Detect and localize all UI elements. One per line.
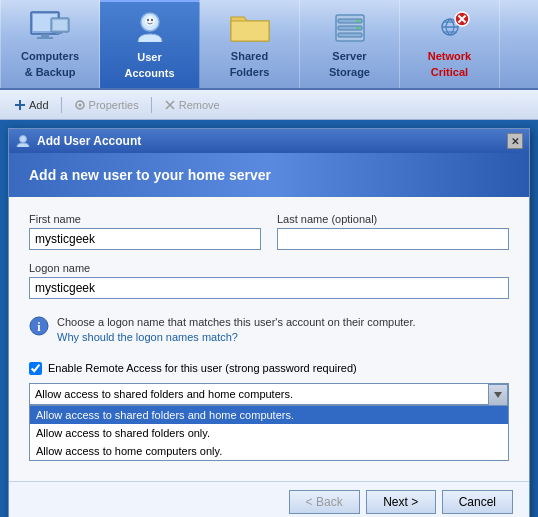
properties-icon <box>74 99 86 111</box>
svg-point-16 <box>356 27 358 29</box>
next-button[interactable]: Next > <box>366 490 436 514</box>
user-accounts-icon <box>129 11 171 47</box>
toolbar: Add Properties Remove <box>0 90 538 120</box>
dropdown-option-2-label: Allow access to shared folders only. <box>36 427 210 439</box>
nav-computers-backup-label2: & Backup <box>25 66 76 78</box>
properties-label: Properties <box>89 99 139 111</box>
access-dropdown-container: Allow access to shared folders and home … <box>29 383 509 461</box>
svg-point-9 <box>147 19 149 21</box>
dropdown-option-2[interactable]: Allow access to shared folders only. <box>30 424 508 442</box>
nav-computers-backup[interactable]: Computers & Backup <box>0 0 100 88</box>
logon-name-group: Logon name <box>29 262 509 299</box>
add-icon <box>14 99 26 111</box>
info-box: i Choose a logon name that matches this … <box>29 311 509 350</box>
shared-folders-icon <box>229 10 271 46</box>
access-dropdown[interactable]: Allow access to shared folders and home … <box>29 383 509 405</box>
dialog-overlay: Add User Account ✕ Add a new user to you… <box>0 120 538 517</box>
nav-server-storage-label: Server <box>332 50 366 62</box>
nav-network-critical-label: Network <box>428 50 471 62</box>
remove-button[interactable]: Remove <box>158 97 226 113</box>
chevron-down-icon <box>494 392 502 398</box>
first-name-label: First name <box>29 213 261 225</box>
nav-network-critical-label2: Critical <box>431 66 468 78</box>
logon-name-label: Logon name <box>29 262 509 274</box>
first-name-group: First name <box>29 213 261 250</box>
computers-backup-icon <box>29 10 71 46</box>
enable-remote-access-row: Enable Remote Access for this user (stro… <box>29 362 509 375</box>
enable-remote-access-checkbox[interactable] <box>29 362 42 375</box>
dropdown-option-3-label: Allow access to home computers only. <box>36 445 222 457</box>
enable-remote-access-label: Enable Remote Access for this user (stro… <box>48 362 357 374</box>
svg-rect-3 <box>37 37 53 39</box>
svg-point-8 <box>145 16 155 26</box>
dropdown-option-1-label: Allow access to shared folders and home … <box>36 409 294 421</box>
nav-computers-backup-label: Computers <box>21 50 79 62</box>
svg-point-27 <box>78 103 81 106</box>
dialog-close-label: ✕ <box>511 136 519 147</box>
remove-icon <box>164 99 176 111</box>
nav-server-storage[interactable]: Server Storage <box>300 0 400 88</box>
nav-user-accounts[interactable]: User Accounts <box>100 0 200 88</box>
info-main-text: Choose a logon name that matches this us… <box>57 316 416 328</box>
svg-point-30 <box>20 136 27 143</box>
info-link[interactable]: Why should the logon names match? <box>57 331 238 343</box>
info-text-content: Choose a logon name that matches this us… <box>57 315 416 346</box>
nav-user-accounts-label2: Accounts <box>124 67 174 79</box>
svg-rect-2 <box>41 34 49 37</box>
access-dropdown-value: Allow access to shared folders and home … <box>35 388 293 400</box>
svg-point-15 <box>356 20 358 22</box>
dialog-footer: < Back Next > Cancel <box>9 481 529 517</box>
dialog-title-icon <box>15 133 31 149</box>
top-nav: Computers & Backup User Accounts <box>0 0 538 90</box>
logon-row: Logon name <box>29 262 509 299</box>
first-name-input[interactable] <box>29 228 261 250</box>
svg-rect-5 <box>53 20 67 30</box>
network-critical-icon <box>429 10 471 46</box>
nav-shared-folders-label2: Folders <box>230 66 270 78</box>
logon-name-input[interactable] <box>29 277 509 299</box>
dropdown-option-3[interactable]: Allow access to home computers only. <box>30 442 508 460</box>
cancel-button[interactable]: Cancel <box>442 490 513 514</box>
last-name-input[interactable] <box>277 228 509 250</box>
server-storage-icon <box>329 10 371 46</box>
toolbar-separator-1 <box>61 97 62 113</box>
dialog-header: Add a new user to your home server <box>9 153 529 197</box>
back-button[interactable]: < Back <box>289 490 360 514</box>
dialog-titlebar: Add User Account ✕ <box>9 129 529 153</box>
svg-rect-14 <box>338 33 362 37</box>
nav-network-critical[interactable]: Network Critical <box>400 0 500 88</box>
toolbar-separator-2 <box>151 97 152 113</box>
svg-point-10 <box>151 19 153 21</box>
add-label: Add <box>29 99 49 111</box>
last-name-label: Last name (optional) <box>277 213 509 225</box>
properties-button[interactable]: Properties <box>68 97 145 113</box>
nav-shared-folders[interactable]: Shared Folders <box>200 0 300 88</box>
last-name-group: Last name (optional) <box>277 213 509 250</box>
add-user-dialog: Add User Account ✕ Add a new user to you… <box>8 128 530 517</box>
dialog-close-button[interactable]: ✕ <box>507 133 523 149</box>
dropdown-list: Allow access to shared folders and home … <box>29 405 509 461</box>
dropdown-option-1[interactable]: Allow access to shared folders and home … <box>30 406 508 424</box>
add-button[interactable]: Add <box>8 97 55 113</box>
dialog-header-text: Add a new user to your home server <box>29 167 271 183</box>
dropdown-arrow-icon <box>488 384 508 406</box>
dialog-body: First name Last name (optional) Logon na… <box>9 197 529 481</box>
nav-server-storage-label2: Storage <box>329 66 370 78</box>
svg-rect-6 <box>56 32 62 34</box>
name-row: First name Last name (optional) <box>29 213 509 250</box>
dialog-title: Add User Account <box>37 134 141 148</box>
info-icon: i <box>29 316 49 336</box>
nav-shared-folders-label: Shared <box>231 50 268 62</box>
nav-user-accounts-label: User <box>137 51 161 63</box>
remove-label: Remove <box>179 99 220 111</box>
